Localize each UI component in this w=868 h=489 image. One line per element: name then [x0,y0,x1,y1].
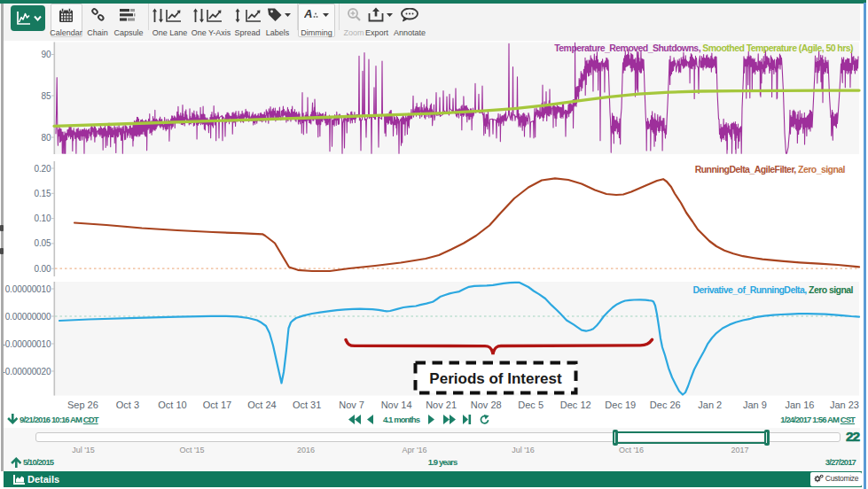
svg-text:Jan 16: Jan 16 [785,400,814,410]
svg-text:Nov 21: Nov 21 [426,400,457,410]
svg-text:Oct 10: Oct 10 [158,400,186,410]
svg-text:Temperature_Removed_Shutdowns,: Temperature_Removed_Shutdowns, Smoothed … [554,43,853,53]
svg-text:0.10: 0.10 [34,213,51,223]
svg-text:Periods of Interest: Periods of Interest [429,370,562,387]
svg-text:0.00000010: 0.00000010 [5,284,51,294]
svg-text:Oct 24: Oct 24 [247,400,276,410]
svg-text:90: 90 [42,50,51,59]
svg-text:0.15: 0.15 [34,189,51,198]
svg-text:RunningDelta_AgileFilter, Zero: RunningDelta_AgileFilter, Zero_signal [695,164,846,175]
svg-text:Dec 19: Dec 19 [605,400,636,410]
svg-text:Dec 5: Dec 5 [518,400,543,410]
svg-text:0.00000000: 0.00000000 [5,312,51,322]
svg-text:Jan 23: Jan 23 [830,400,859,410]
svg-text:Nov 7: Nov 7 [339,400,364,410]
svg-text:85: 85 [42,91,51,101]
svg-text:0.00: 0.00 [34,264,51,274]
svg-text:Oct 3: Oct 3 [116,400,139,410]
svg-text:Sep 26: Sep 26 [67,400,98,410]
svg-text:Jan 9: Jan 9 [743,400,767,410]
svg-text:Oct 17: Oct 17 [203,400,231,410]
svg-text:Dec 12: Dec 12 [560,400,591,410]
svg-text:Oct 31: Oct 31 [293,400,321,410]
svg-text:Dec 26: Dec 26 [650,400,681,410]
svg-text:-0.00000010: -0.00000010 [2,339,51,349]
svg-text:80: 80 [42,133,51,143]
svg-text:0.20: 0.20 [34,164,51,174]
svg-text:Nov 28: Nov 28 [471,400,502,410]
svg-text:Jan 2: Jan 2 [698,400,722,410]
svg-text:Derivative_of_RunningDelta, Ze: Derivative_of_RunningDelta, Zero signal [693,284,854,295]
svg-text:0.05: 0.05 [34,238,51,248]
svg-text:Nov 14: Nov 14 [381,400,412,410]
svg-text:-0.00000020: -0.00000020 [2,367,51,376]
